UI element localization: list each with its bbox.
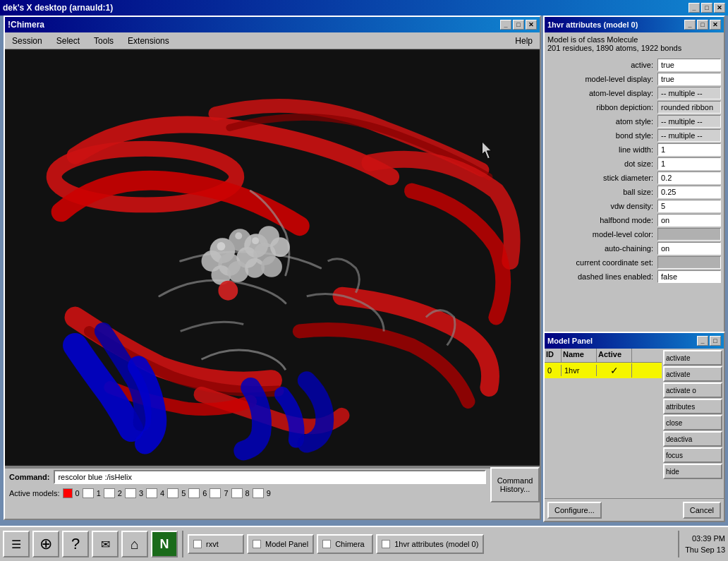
menu-tools[interactable]: Tools	[90, 35, 118, 47]
model-check-1	[83, 488, 94, 498]
desktop-controls: _ □ ✕	[688, 3, 725, 13]
attr-desc-line2: 201 residues, 1890 atoms, 1922 bonds	[547, 44, 721, 52]
taskbar-attr-panel[interactable]: 1hvr attributes (model 0)	[376, 534, 484, 554]
attr-minimize[interactable]: _	[684, 20, 696, 30]
active-models-bar: Active models: 0 1 2 3 4 5 6 7 8 9	[5, 486, 490, 501]
menu-extensions[interactable]: Extensions	[123, 35, 174, 47]
close-button[interactable]: close	[663, 415, 722, 430]
attr-model-display-value[interactable]: true	[657, 73, 721, 85]
attr-ribbon-value[interactable]: rounded ribbon	[657, 101, 721, 114]
desktop-title: dek's X desktop (arnauld:1)	[3, 3, 113, 13]
menu-session[interactable]: Session	[8, 35, 47, 47]
protein-visualization	[5, 49, 540, 466]
desktop-maximize[interactable]: □	[701, 3, 712, 13]
attr-title: 1hvr attributes (model 0)	[547, 20, 638, 29]
attr-atom-display-value[interactable]: -- multiple --	[657, 87, 721, 99]
chimera-maximize[interactable]: □	[513, 20, 524, 30]
taskbar-icon-0[interactable]: ☰	[3, 531, 30, 557]
model-table-header: ID Name Active	[545, 349, 662, 363]
attr-atom-style-row: atom style: -- multiple --	[545, 114, 724, 128]
attr-maximize[interactable]: □	[697, 20, 708, 30]
svg-point-16	[217, 242, 225, 251]
activate-button[interactable]: activate	[663, 350, 722, 366]
model-panel-footer: Configure... Cancel	[545, 498, 724, 521]
taskbar-icon-4[interactable]: ⌂	[121, 531, 148, 557]
attr-ball-size-value[interactable]: 0.25	[657, 186, 721, 198]
attr-vdw-row: vdw density: 5	[545, 199, 724, 213]
model-check-2	[104, 488, 115, 498]
desktop-minimize[interactable]: _	[688, 3, 700, 13]
attr-halfbond-value[interactable]: on	[657, 214, 721, 227]
model-check-6	[188, 488, 200, 498]
taskbar-icon-5[interactable]: N	[151, 531, 178, 557]
attr-line-width-value[interactable]: 1	[657, 143, 721, 156]
chimera-checkbox[interactable]	[322, 540, 331, 548]
taskbar-model-panel[interactable]: Model Panel	[247, 534, 314, 554]
attr-vdw-value[interactable]: 5	[657, 200, 721, 212]
model-row-name: 1hvr	[562, 365, 597, 376]
clock-date: Thu Sep 13	[685, 544, 725, 556]
configure-button[interactable]: Configure...	[547, 502, 602, 519]
chimera-minimize[interactable]: _	[500, 20, 511, 30]
chimera-menubar: Session Select Tools Extensions Help	[5, 32, 540, 49]
desktop-close[interactable]: ✕	[714, 3, 725, 13]
attr-dashed-value[interactable]: false	[657, 270, 721, 283]
model-0-indicator[interactable]	[63, 488, 73, 498]
command-bar: Command:	[5, 467, 490, 486]
focus-button[interactable]: focus	[663, 447, 722, 463]
command-input[interactable]	[54, 470, 486, 484]
svg-point-18	[252, 237, 259, 244]
attr-color-row: model-level color:	[545, 227, 724, 241]
model-row-active[interactable]: ✓	[597, 363, 632, 378]
taskbar-icon-3[interactable]: ✉	[92, 531, 119, 557]
model-panel-checkbox[interactable]	[253, 540, 261, 548]
chimera-title: !Chimera	[8, 20, 44, 30]
desktop-titlebar: dek's X desktop (arnauld:1) _ □ ✕	[0, 0, 728, 16]
taskbar-rxvt[interactable]: rxvt	[188, 534, 244, 554]
model-panel-controls: _ □	[697, 336, 721, 346]
taskbar-divider	[182, 531, 183, 557]
cancel-button[interactable]: Cancel	[683, 502, 721, 519]
taskbar-chimera[interactable]: Chimera	[317, 534, 373, 554]
taskbar-icon-1[interactable]: ⊕	[32, 531, 59, 557]
attr-dot-size-value[interactable]: 1	[657, 157, 721, 170]
attr-line-width-label: line width:	[547, 145, 657, 154]
attr-desc-line1: Model is of class Molecule	[547, 35, 721, 44]
attr-stick-diam-value[interactable]: 0.2	[657, 171, 721, 184]
attr-stick-diam-label: stick diameter:	[547, 174, 657, 182]
menu-help[interactable]: Help	[511, 35, 537, 47]
attr-rows: active: true model-level display: true a…	[545, 55, 724, 286]
model-panel-titlebar: Model Panel _ □	[545, 333, 724, 349]
svg-point-15	[218, 281, 238, 301]
menu-select[interactable]: Select	[52, 35, 84, 47]
taskbar-buttons: rxvt Model Panel Chimera 1hvr attributes…	[188, 531, 725, 557]
model-check-5	[167, 488, 178, 498]
command-history-button[interactable]: Command History...	[490, 467, 540, 502]
chimera-close[interactable]: ✕	[526, 20, 537, 30]
attr-color-value[interactable]	[657, 228, 721, 241]
attr-atom-style-value[interactable]: -- multiple --	[657, 115, 721, 128]
attr-bond-style-value[interactable]: -- multiple --	[657, 129, 721, 142]
deactivate-button[interactable]: deactiva	[663, 431, 722, 447]
attr-description: Model is of class Molecule 201 residues,…	[545, 32, 724, 55]
attr-coord-value[interactable]	[657, 256, 721, 269]
attr-active-row: active: true	[545, 58, 724, 72]
attr-active-value[interactable]: true	[657, 59, 721, 71]
attr-autochaining-value[interactable]: on	[657, 242, 721, 255]
attr-ball-size-label: ball size:	[547, 188, 657, 196]
hide-button[interactable]: hide	[663, 464, 722, 479]
model-table-row[interactable]: 0 1hvr ✓	[545, 363, 662, 378]
taskbar-icon-2[interactable]: ?	[62, 531, 89, 557]
attr-halfbond-label: halfbond mode:	[547, 216, 657, 224]
attr-close[interactable]: ✕	[710, 20, 721, 30]
activate2-button[interactable]: activate	[663, 366, 722, 382]
rxvt-checkbox[interactable]	[193, 540, 202, 548]
activate-only-button[interactable]: activate o	[663, 382, 722, 398]
model-panel-minimize[interactable]: _	[697, 336, 708, 346]
active-models-label: Active models:	[9, 489, 60, 497]
model-check-8	[231, 488, 243, 498]
attr-checkbox[interactable]	[382, 540, 390, 548]
col-id: ID	[545, 349, 562, 362]
model-panel-maximize[interactable]: □	[710, 336, 721, 346]
attributes-button[interactable]: attributes	[663, 399, 722, 414]
